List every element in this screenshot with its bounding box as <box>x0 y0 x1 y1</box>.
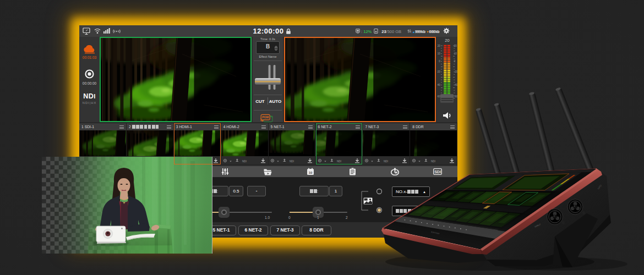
svg-text:20: 20 <box>454 45 457 47</box>
svg-text:20: 20 <box>438 45 440 47</box>
svg-text:10: 10 <box>309 171 313 174</box>
svg-text:NDI: NDI <box>242 160 247 162</box>
svg-text:0: 0 <box>454 60 456 63</box>
svg-text:10: 10 <box>438 52 440 55</box>
svg-text:10: 10 <box>454 52 457 55</box>
svg-text:PGM: PGM <box>262 116 269 119</box>
svg-text:NDI: NDI <box>290 160 294 162</box>
svg-text:0: 0 <box>439 60 440 63</box>
